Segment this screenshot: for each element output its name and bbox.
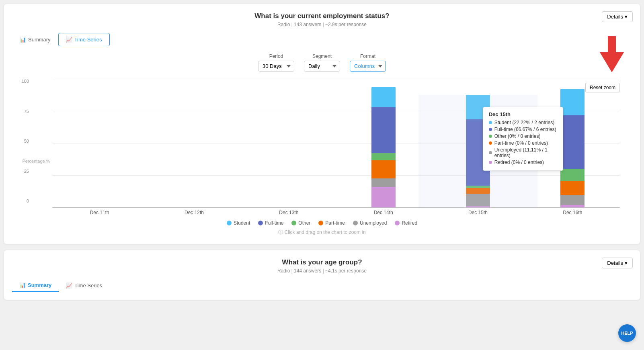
y-label-100: 100 <box>22 79 29 84</box>
tooltip-item-1: Full-time (66.67% / 6 entries) <box>489 127 557 132</box>
tab2-timeseries[interactable]: 📈 Time Series <box>59 279 109 292</box>
tooltip-dot-parttime <box>489 141 492 145</box>
x-label-dec14: Dec 14th <box>336 210 431 215</box>
segment-control: Segment Daily Hourly Weekly Monthly <box>304 53 340 72</box>
bar-seg-parttime-dec14 <box>371 160 396 178</box>
zoom-hint: ⓘ Click and drag on the chart to zoom in <box>12 229 632 236</box>
bar-seg-retired-dec16 <box>560 205 585 207</box>
period-label: Period <box>258 53 294 59</box>
card2-subtitle: Radio | 144 answers | ~4.1s per response <box>12 268 632 274</box>
bar-seg-parttime-dec15 <box>466 188 490 194</box>
bar-seg-student-dec14 <box>371 87 396 107</box>
bar-seg-unemployed-dec15 <box>466 194 490 206</box>
legend-label-fulltime: Full-time <box>265 220 283 226</box>
y-axis: 100 75 50 25 0 <box>12 79 32 203</box>
tooltip-dot-other <box>489 135 492 138</box>
details-button-1[interactable]: Details ▾ <box>602 11 633 22</box>
details-button-2[interactable]: Details ▾ <box>602 258 633 268</box>
legend-dot-fulltime <box>258 221 263 225</box>
tooltip-item-5: Retired (0% / 0 entries) <box>489 160 557 165</box>
tooltip-text-other: Other (0% / 0 entries) <box>494 133 541 139</box>
segment-select[interactable]: Daily Hourly Weekly Monthly <box>304 61 340 72</box>
legend-label-retired: Retired <box>402 220 417 226</box>
bar-chart-icon: 📊 <box>20 37 26 43</box>
x-label-dec11: Dec 11th <box>52 210 147 215</box>
y-label-75: 75 <box>24 109 29 114</box>
bar-group-dec14 <box>336 87 431 207</box>
help-button[interactable]: HELP <box>618 324 636 342</box>
tooltip-text-fulltime: Full-time (66.67% / 6 entries) <box>494 127 556 132</box>
legend-dot-unemployed <box>353 221 358 225</box>
format-label: Format <box>350 53 386 59</box>
help-button-container: HELP <box>618 324 636 342</box>
legend-dot-student <box>227 221 232 225</box>
tab-timeseries[interactable]: 📈 Time Series <box>58 33 110 46</box>
tooltip-title: Dec 15th <box>489 111 557 117</box>
legend-retired: Retired <box>395 220 417 226</box>
bar-seg-unemployed-dec14 <box>371 178 396 187</box>
tooltip-dot-unemployed <box>489 151 492 154</box>
tab2-summary[interactable]: 📊 Summary <box>12 279 59 292</box>
tab-summary[interactable]: 📊 Summary <box>12 33 58 46</box>
bars-area: Dec 15th Student (22.22% / 2 entries) Fu… <box>52 79 620 207</box>
chart-controls: Period 30 Days 7 Days 90 Days All time S… <box>12 53 632 72</box>
employment-status-card: What is your current employment status? … <box>4 4 640 244</box>
legend-label-other: Other <box>298 220 310 226</box>
x-label-dec13: Dec 13th <box>242 210 336 215</box>
bar-seg-fulltime-dec16 <box>560 115 585 169</box>
details-label-2: Details <box>607 260 623 266</box>
chart-container: Reset zoom 100 75 50 25 0 Percentage % <box>12 79 632 215</box>
bar-seg-retired-dec14 <box>371 187 396 207</box>
trend-icon: 📈 <box>66 37 72 43</box>
svg-marker-0 <box>600 36 624 72</box>
trend-icon-2: 📈 <box>66 282 72 289</box>
tooltip-text-student: Student (22.22% / 2 entries) <box>494 120 554 125</box>
legend-fulltime: Full-time <box>258 220 283 226</box>
card2-title: What is your age group? <box>12 258 632 266</box>
tooltip-item-2: Other (0% / 0 entries) <box>489 133 557 139</box>
format-control: Format Columns Lines Area <box>350 53 386 72</box>
y-label-50: 50 <box>24 139 29 143</box>
chart-legend: Student Full-time Other Part-time Unempl… <box>12 220 632 226</box>
grid-line-0 <box>52 207 620 208</box>
tooltip-text-parttime: Part-time (0% / 0 entries) <box>494 140 548 146</box>
view-tabs-2: 📊 Summary 📈 Time Series <box>12 279 632 292</box>
x-label-dec15: Dec 15th <box>431 210 525 215</box>
x-axis-labels: Dec 11th Dec 12th Dec 13th Dec 14th Dec … <box>52 210 620 215</box>
bar-seg-other-dec14 <box>371 153 396 160</box>
bar-seg-other-dec16 <box>560 169 585 181</box>
age-group-card: What is your age group? Radio | 144 answ… <box>4 250 640 300</box>
bar-col-dec14 <box>371 87 396 207</box>
bar-seg-student-dec16 <box>560 89 585 115</box>
bar-col-dec16 <box>560 89 585 207</box>
tooltip-dot-retired <box>489 161 492 164</box>
details-label: Details <box>607 14 623 20</box>
card1-title: What is your current employment status? <box>12 12 632 20</box>
tooltip-text-unemployed: Unemployed (11.11% / 1 entries) <box>494 147 557 158</box>
view-tabs: 📊 Summary 📈 Time Series <box>12 33 632 46</box>
legend-unemployed: Unemployed <box>353 220 387 226</box>
x-label-dec12: Dec 12th <box>147 210 241 215</box>
y-axis-title: Percentage % <box>22 159 50 164</box>
period-select[interactable]: 30 Days 7 Days 90 Days All time <box>258 61 294 72</box>
tooltip-dot-fulltime <box>489 128 492 131</box>
legend-student: Student <box>227 220 250 226</box>
chevron-down-icon-2: ▾ <box>625 260 628 266</box>
segment-label: Segment <box>304 53 340 59</box>
bar-group-dec15: Dec 15th Student (22.22% / 2 entries) Fu… <box>431 95 525 207</box>
tooltip-dot-student <box>489 121 492 124</box>
bar-seg-fulltime-dec14 <box>371 107 396 153</box>
legend-other: Other <box>291 220 310 226</box>
legend-label-unemployed: Unemployed <box>360 220 387 226</box>
chart-section: Reset zoom 100 75 50 25 0 Percentage % <box>12 79 632 236</box>
bar-chart-icon-2: 📊 <box>19 282 26 288</box>
legend-parttime: Part-time <box>318 220 345 226</box>
red-arrow-indicator <box>600 36 624 74</box>
tooltip-item-0: Student (22.22% / 2 entries) <box>489 120 557 125</box>
format-select[interactable]: Columns Lines Area <box>350 61 386 72</box>
chart-inner: Dec 15th Student (22.22% / 2 entries) Fu… <box>52 79 620 207</box>
legend-label-parttime: Part-time <box>325 220 345 226</box>
chevron-down-icon: ▾ <box>625 14 628 20</box>
period-control: Period 30 Days 7 Days 90 Days All time <box>258 53 294 72</box>
info-icon: ⓘ <box>278 229 283 235</box>
